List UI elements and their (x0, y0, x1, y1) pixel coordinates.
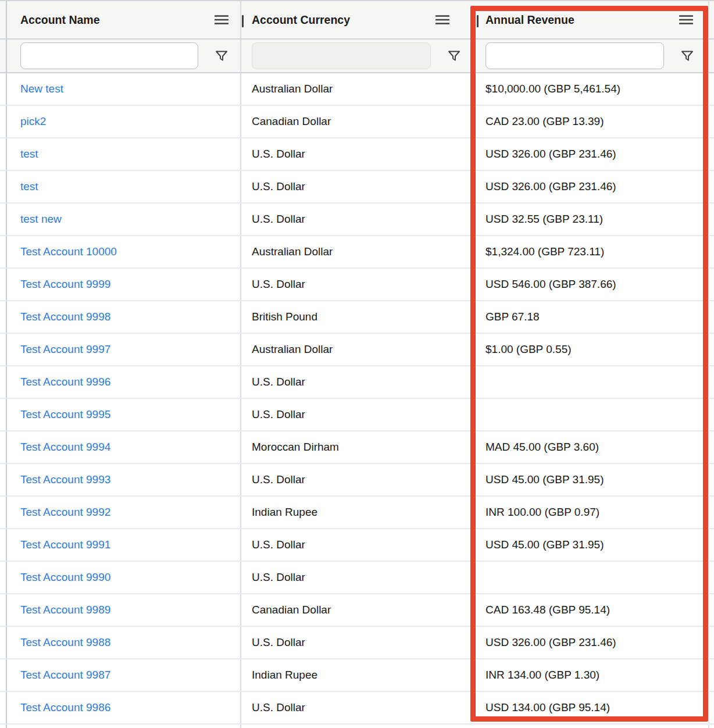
filter-funnel-icon (215, 49, 229, 63)
annual-revenue-value: CAD 163.48 (GBP 95.14) (485, 604, 610, 616)
account-name-link[interactable]: pick2 (20, 115, 46, 128)
trailing-gutter-column (708, 269, 714, 300)
account-currency-cell: U.S. Dollar (241, 464, 470, 495)
column-header-label: Annual Revenue (485, 13, 574, 27)
account-name-link[interactable]: Test Account 9987 (20, 669, 110, 681)
filter-funnel-button[interactable] (215, 49, 229, 63)
leading-gutter-column (0, 497, 7, 528)
account-name-cell: Test Account 9988 (7, 627, 241, 658)
column-header-account-currency[interactable]: Account Currency (241, 1, 470, 38)
account-name-link[interactable]: test (20, 180, 38, 193)
annual-revenue-value: INR 134.00 (GBP 1.30) (485, 669, 599, 681)
filter-funnel-button[interactable] (447, 49, 461, 63)
annual-revenue-value: USD 326.00 (GBP 231.46) (485, 148, 616, 160)
account-name-link[interactable]: Test Account 9994 (20, 441, 110, 454)
column-header-label: Account Currency (252, 13, 350, 27)
account-name-link[interactable]: Test Account 9989 (20, 604, 110, 616)
trailing-gutter-column (708, 431, 714, 463)
account-currency-cell: U.S. Dollar (241, 366, 470, 398)
column-header-account-name[interactable]: Account Name (7, 1, 241, 38)
trailing-gutter-column (708, 301, 714, 333)
annual-revenue-cell: USD 45.00 (GBP 31.95) (470, 464, 708, 495)
leading-gutter-column (0, 399, 7, 430)
account-currency-filter-input (252, 42, 431, 69)
annual-revenue-value: MAD 45.00 (GBP 3.60) (485, 441, 599, 454)
account-currency-value: U.S. Dollar (252, 376, 305, 388)
account-currency-cell: Canadian Dollar (241, 594, 470, 626)
annual-revenue-value: GBP 67.18 (485, 311, 540, 323)
account-name-link[interactable]: Test Account 9997 (20, 343, 110, 356)
table-row: Test Account 9999U.S. DollarUSD 546.00 (… (0, 269, 714, 301)
account-name-cell: Test Account 9995 (7, 399, 241, 430)
account-currency-cell: Australian Dollar (241, 73, 470, 105)
trailing-gutter-column (708, 236, 714, 267)
table-row: test newU.S. DollarUSD 32.55 (GBP 23.11) (0, 204, 714, 236)
account-name-link[interactable]: Test Account 9993 (20, 473, 110, 486)
account-currency-cell: U.S. Dollar (241, 171, 470, 202)
account-name-link[interactable]: Test Account 9998 (20, 311, 110, 323)
account-currency-value: Indian Rupee (252, 669, 317, 681)
column-resize-handle[interactable] (242, 15, 244, 27)
account-name-cell: test new (7, 204, 241, 235)
annual-revenue-value: USD 546.00 (GBP 387.66) (485, 278, 616, 291)
trailing-gutter-column (708, 73, 714, 105)
account-name-cell: Test Account 9989 (7, 594, 241, 626)
trailing-gutter-column (708, 627, 714, 658)
filter-funnel-button[interactable] (680, 49, 694, 63)
column-resize-handle[interactable] (477, 15, 479, 27)
account-name-link[interactable]: test new (20, 213, 62, 226)
accounts-table: Account Name Account Currency Annual Rev… (0, 0, 714, 728)
trailing-gutter-column (708, 106, 714, 137)
account-currency-value: U.S. Dollar (252, 571, 305, 584)
account-currency-cell: U.S. Dollar (241, 204, 470, 235)
annual-revenue-cell: USD 326.00 (GBP 231.46) (470, 138, 708, 170)
table-row: Test Account 9987Indian RupeeINR 134.00 … (0, 659, 714, 692)
trailing-gutter-column (708, 204, 714, 235)
account-name-link[interactable]: Test Account 9996 (20, 376, 110, 388)
account-name-link[interactable]: Test Account 9991 (20, 538, 110, 551)
column-menu-icon[interactable] (435, 15, 449, 25)
account-name-cell: Test Account 9987 (7, 659, 241, 691)
filter-funnel-icon (680, 49, 694, 63)
account-currency-value: U.S. Dollar (252, 180, 305, 193)
column-menu-icon[interactable] (679, 15, 693, 25)
leading-gutter-column (0, 562, 7, 593)
partial-cell (7, 725, 241, 728)
annual-revenue-value: CAD 23.00 (GBP 13.39) (485, 115, 604, 128)
account-name-link[interactable]: Test Account 9988 (20, 636, 110, 649)
account-currency-value: U.S. Dollar (252, 473, 305, 486)
account-currency-value: U.S. Dollar (252, 636, 305, 649)
annual-revenue-value: $10,000.00 (GBP 5,461.54) (485, 83, 620, 95)
account-name-cell: Test Account 9991 (7, 529, 241, 561)
annual-revenue-cell (470, 399, 708, 430)
column-menu-icon[interactable] (215, 15, 229, 25)
account-name-cell: Test Account 9993 (7, 464, 241, 495)
annual-revenue-value: USD 45.00 (GBP 31.95) (485, 473, 604, 486)
account-name-link[interactable]: test (20, 148, 38, 160)
leading-gutter-column (0, 73, 7, 105)
annual-revenue-cell: GBP 67.18 (470, 301, 708, 333)
trailing-gutter-column (708, 366, 714, 398)
leading-gutter-column (0, 529, 7, 561)
annual-revenue-cell: USD 326.00 (GBP 231.46) (470, 627, 708, 658)
table-row: Test Account 9998British PoundGBP 67.18 (0, 301, 714, 334)
column-header-annual-revenue[interactable]: Annual Revenue (470, 1, 708, 38)
account-name-link[interactable]: Test Account 9986 (20, 701, 110, 714)
account-name-link[interactable]: Test Account 9995 (20, 408, 110, 421)
account-currency-cell: Canadian Dollar (241, 106, 470, 137)
leading-gutter-column (0, 171, 7, 202)
table-row: Test Account 9995U.S. Dollar (0, 399, 714, 431)
account-currency-value: U.S. Dollar (252, 213, 305, 226)
account-name-link[interactable]: Test Account 10000 (20, 245, 117, 258)
table-body: New testAustralian Dollar$10,000.00 (GBP… (0, 73, 714, 725)
trailing-gutter-column (708, 399, 714, 430)
annual-revenue-filter-input[interactable] (485, 42, 664, 69)
account-name-link[interactable]: Test Account 9992 (20, 506, 110, 519)
account-name-link[interactable]: New test (20, 83, 63, 95)
annual-revenue-cell: CAD 23.00 (GBP 13.39) (470, 106, 708, 137)
account-name-filter-input[interactable] (20, 42, 198, 69)
account-name-link[interactable]: Test Account 9990 (20, 571, 110, 584)
account-currency-value: U.S. Dollar (252, 408, 305, 421)
account-name-link[interactable]: Test Account 9999 (20, 278, 110, 291)
account-name-cell: Test Account 9996 (7, 366, 241, 398)
